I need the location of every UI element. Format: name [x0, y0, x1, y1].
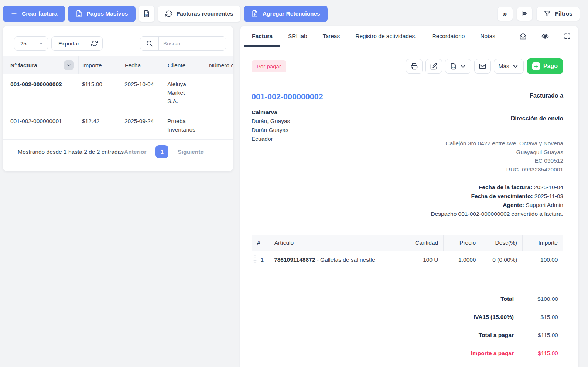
item-description: - Galletas de sal nestlé: [317, 256, 375, 263]
amount-due-row: Importe a pagar $115.00: [441, 344, 563, 362]
column-header-amount[interactable]: Importe: [78, 56, 121, 74]
detail-body: Por pagar PDF Más: [240, 47, 578, 362]
item-price: 1.0000: [444, 251, 481, 269]
file-plus-icon: [251, 10, 259, 17]
export-group: Exportar: [51, 36, 103, 51]
total-row: Total $100.00: [441, 290, 563, 308]
item-code: 7861091148872: [274, 256, 315, 263]
billed-to-label: Facturado a: [421, 92, 563, 99]
recurring-invoices-button[interactable]: Facturas recurrentes: [158, 6, 241, 22]
top-toolbar: Crear factura Pagos Masivos PDF Facturas…: [3, 5, 580, 22]
plus-icon: [532, 62, 540, 70]
pdf-file-icon: PDF: [450, 63, 457, 70]
plus-icon: [10, 10, 18, 17]
tab-factura[interactable]: Factura: [244, 26, 280, 47]
edit-invoice-button[interactable]: [425, 59, 442, 74]
customer-name: Calmarva: [252, 108, 421, 117]
refresh-table-button[interactable]: [86, 37, 102, 50]
printer-icon: [411, 63, 418, 70]
agent-row: Agente: Support Admin: [421, 201, 563, 210]
invoice-totals: Total $100.00 IVA15 (15.00%) $15.00 Tota…: [441, 290, 563, 362]
list-table-header: Nº factura Importe Fecha Cliente Número …: [3, 56, 233, 74]
pagination-next[interactable]: Siguiente: [178, 149, 204, 155]
column-header-client[interactable]: Cliente: [164, 56, 205, 74]
table-row[interactable]: 001-002-000000001 $12.42 2025-09-24 Prue…: [3, 111, 233, 140]
chevron-down-icon: [512, 63, 519, 70]
invoice-client: Aleluya Market S.A.: [164, 80, 205, 105]
items-header-index: #: [252, 235, 269, 251]
invoice-number-link[interactable]: 001-002-000000001: [3, 117, 78, 134]
create-invoice-button[interactable]: Crear factura: [3, 6, 65, 22]
invoice-detail-panel: Factura SRI tab Tareas Registro de activ…: [240, 26, 578, 367]
item-index: 1: [261, 256, 264, 263]
invoice-actions: PDF Más Pago: [406, 58, 563, 74]
add-retentions-button[interactable]: Agregar Retenciones: [244, 6, 328, 22]
recurring-invoices-label: Facturas recurrentes: [177, 10, 233, 17]
column-header-number[interactable]: Nº factura: [3, 56, 78, 74]
sort-chevron-icon[interactable]: [64, 60, 74, 70]
shipping-address-block: Callejón 3ro 0422 entre Ave. Octava y No…: [421, 139, 563, 174]
column-header-order[interactable]: Número de: [205, 56, 233, 74]
stats-button[interactable]: [517, 7, 533, 21]
customer-block: Calmarva Durán, Guayas Durán Guayas Ecua…: [252, 108, 421, 143]
refresh-icon: [165, 10, 172, 17]
print-button[interactable]: [406, 59, 423, 74]
column-header-date[interactable]: Fecha: [121, 56, 164, 74]
page-size-select[interactable]: 25: [14, 36, 48, 51]
invoice-number-heading[interactable]: 001-002-000000002: [252, 92, 421, 102]
export-pdf-button[interactable]: PDF: [139, 6, 155, 22]
tab-recordatorio[interactable]: Recordatorio: [424, 26, 473, 47]
shipping-address-line: Guayaquil Guayas: [421, 148, 563, 157]
svg-text:PDF: PDF: [452, 66, 455, 68]
tab-sri[interactable]: SRI tab: [280, 26, 315, 47]
refresh-icon: [91, 40, 98, 47]
filters-button[interactable]: Filtros: [536, 7, 580, 21]
invoice-date-row: Fecha de la factura: 2025-10-04: [421, 183, 563, 192]
item-quantity: 100 U: [399, 251, 444, 269]
items-header-article: Artículo: [269, 235, 399, 251]
invoice-meta-block: Fecha de la factura: 2025-10-04 Fecha de…: [421, 183, 563, 218]
items-header-quantity: Cantidad: [399, 235, 444, 251]
pdf-dropdown-button[interactable]: PDF: [445, 59, 471, 74]
pencil-square-icon: [430, 63, 437, 70]
tab-tareas[interactable]: Tareas: [315, 26, 348, 47]
bulk-payments-button[interactable]: Pagos Masivos: [68, 6, 136, 22]
table-row[interactable]: 001-002-000000002 $115.00 2025-10-04 Ale…: [3, 74, 233, 111]
invoice-header-left: 001-002-000000002 Calmarva Durán, Guayas…: [252, 92, 421, 218]
pagination-page-1[interactable]: 1: [155, 145, 168, 158]
toggle-columns-button[interactable]: »: [497, 7, 513, 21]
payment-label: Pago: [543, 63, 558, 69]
shipping-address-label: Dirección de envío: [421, 115, 563, 122]
eye-icon[interactable]: [534, 26, 556, 47]
invoice-number-link[interactable]: 001-002-000000002: [3, 80, 78, 105]
items-header-amount: Importe: [523, 235, 563, 251]
more-dropdown-button[interactable]: Más: [494, 59, 524, 74]
conversion-note: Despacho 001-002-000000002 convertido a …: [421, 210, 563, 218]
send-email-button[interactable]: [474, 59, 491, 74]
pagination: Mostrando desde 1 hasta 2 de 2 entradas …: [3, 145, 233, 158]
double-chevron-icon: »: [503, 9, 507, 17]
pagination-previous[interactable]: Anterior: [124, 149, 146, 155]
tab-registro-actividades[interactable]: Registro de actividades.: [348, 26, 424, 47]
list-controls: 25 Exportar: [3, 26, 233, 56]
total-due-row: Total a pagar $115.00: [441, 326, 563, 344]
create-invoice-label: Crear factura: [22, 10, 58, 17]
shipping-address-line: RUC: 0993285420001: [421, 165, 563, 174]
export-button[interactable]: Exportar: [52, 37, 86, 50]
pagination-info: Mostrando desde 1 hasta 2 de 2 entradas: [18, 149, 124, 155]
pdf-file-icon: PDF: [143, 10, 150, 17]
search-input[interactable]: [159, 37, 226, 50]
add-payment-button[interactable]: Pago: [527, 58, 563, 74]
bar-chart-icon: [521, 10, 528, 17]
envelope-open-icon[interactable]: [512, 26, 534, 47]
invoice-date: 2025-10-04: [121, 80, 164, 105]
drag-handle-icon[interactable]: [253, 254, 257, 265]
search-group: [140, 36, 226, 51]
items-header-price: Precio: [444, 235, 481, 251]
svg-text:PDF: PDF: [145, 14, 148, 16]
shipping-address-line: EC 090512: [421, 156, 563, 165]
fullscreen-icon[interactable]: [556, 26, 578, 47]
bulk-payments-label: Pagos Masivos: [87, 10, 128, 17]
tab-notas[interactable]: Notas: [472, 26, 503, 47]
export-label: Exportar: [58, 40, 79, 47]
